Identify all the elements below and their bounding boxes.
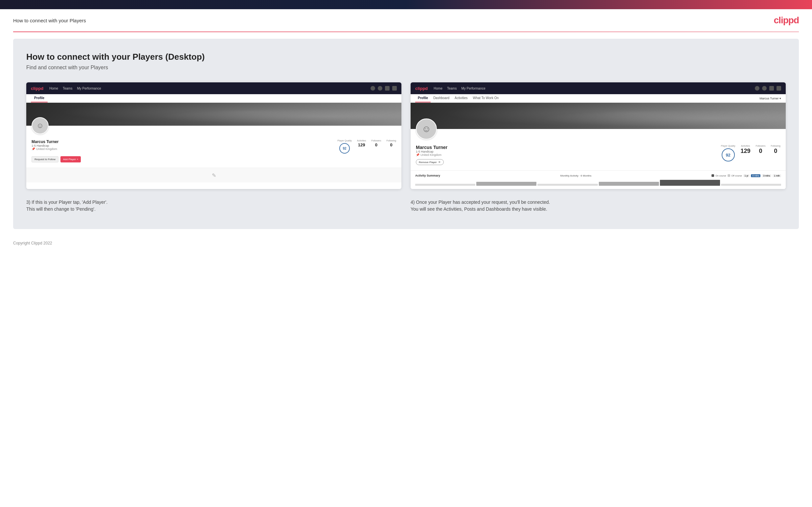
right-nav-icons <box>755 86 781 91</box>
left-followers-label: Followers <box>371 139 381 142</box>
on-course-label: On course <box>715 175 726 177</box>
copyright: Copyright Clippd 2022 <box>13 241 52 245</box>
bar-5 <box>660 180 720 186</box>
right-user-dropdown[interactable]: Marcus Turner ▾ <box>759 97 781 100</box>
right-avatar-person-icon: ☺ <box>422 124 431 134</box>
right-user-icon[interactable] <box>762 86 767 91</box>
page-heading: How to connect with your Players (Deskto… <box>26 52 786 62</box>
right-player-handicap: 1-5 Handicap <box>416 150 714 153</box>
right-player-avatar: ☺ <box>416 118 437 139</box>
left-quality-label: Player Quality <box>337 139 352 142</box>
on-course-legend <box>711 174 714 177</box>
off-course-legend <box>727 174 730 177</box>
user-icon[interactable] <box>378 86 383 91</box>
left-followers-stat: Followers 0 <box>371 139 381 147</box>
pencil-icon: ✎ <box>212 172 216 178</box>
left-following-stat: Following 0 <box>386 139 396 147</box>
right-activities-value: 129 <box>741 148 750 155</box>
tab-profile[interactable]: Profile <box>31 94 48 102</box>
right-nav-home[interactable]: Home <box>434 87 443 90</box>
right-followers-value: 0 <box>756 148 765 155</box>
activity-header: Activity Summary Monthly Activity · 6 Mo… <box>415 174 781 177</box>
right-quality-circle: 92 <box>722 148 735 161</box>
screenshots-row: clippd Home Teams My Performance Profile <box>26 82 786 189</box>
remove-player-label: Remove Player <box>419 161 437 164</box>
add-player-button[interactable]: Add Player + <box>60 156 81 162</box>
right-tab-profile[interactable]: Profile <box>415 94 430 102</box>
right-app-logo: clippd <box>415 86 428 91</box>
left-nav-teams[interactable]: Teams <box>63 87 72 90</box>
left-player-stats: Player Quality 92 Activities 129 Followe… <box>337 139 396 154</box>
left-profile-tabs: Profile <box>26 94 401 103</box>
right-quality-label: Player Quality <box>721 145 735 147</box>
search-icon[interactable] <box>370 86 375 91</box>
right-player-name: Marcus Turner <box>416 145 714 150</box>
right-tab-dashboard[interactable]: Dashboard <box>430 94 452 102</box>
right-followers-stat: Followers 0 <box>756 145 765 155</box>
request-to-follow-button[interactable]: Request to Follow <box>32 156 58 162</box>
right-nav-performance[interactable]: My Performance <box>461 87 485 90</box>
left-activities-value: 129 <box>357 143 366 147</box>
left-following-label: Following <box>386 139 396 142</box>
right-quality-stat: Player Quality 92 <box>721 145 735 161</box>
btn-1yr[interactable]: 1 yr <box>743 174 750 177</box>
right-followers-label: Followers <box>756 145 765 147</box>
page-subheading: Find and connect with your Players <box>26 65 786 70</box>
main-content: How to connect with your Players (Deskto… <box>13 39 799 229</box>
caption-right: 4) Once your Player has accepted your re… <box>411 199 786 213</box>
bar-1 <box>415 184 475 186</box>
left-nav-performance[interactable]: My Performance <box>77 87 101 90</box>
avatar-icon[interactable] <box>392 86 397 91</box>
brand-logo: clippd <box>774 15 799 25</box>
bar-6 <box>721 184 781 186</box>
left-following-value: 0 <box>386 143 396 147</box>
top-bar <box>0 0 812 9</box>
left-player-location: 📌 United Kingdom <box>32 147 331 151</box>
left-nav-links: Home Teams My Performance <box>49 87 101 90</box>
right-tab-activities[interactable]: Activities <box>452 94 470 102</box>
screenshot-right: clippd Home Teams My Performance Profile <box>411 82 786 189</box>
right-player-stats: Player Quality 92 Activities 129 Followe… <box>721 145 780 161</box>
right-tabs-list: Profile Dashboard Activities What To Wor… <box>415 94 501 102</box>
left-nav-icons <box>370 86 397 91</box>
right-tab-what-to-work-on[interactable]: What To Work On <box>470 94 502 102</box>
location-pin-icon: 📌 <box>32 147 35 151</box>
left-quality-circle: 92 <box>339 143 350 154</box>
screenshot-left: clippd Home Teams My Performance Profile <box>26 82 401 189</box>
btn-1mth[interactable]: 1 mth <box>773 174 781 177</box>
right-player-name-section: Marcus Turner 1-5 Handicap 📌 United King… <box>416 145 714 165</box>
right-following-value: 0 <box>771 148 780 155</box>
right-following-label: Following <box>771 145 780 147</box>
settings-icon[interactable] <box>385 86 390 91</box>
activity-title: Activity Summary <box>415 174 440 177</box>
header: How to connect with your Players clippd <box>0 9 812 32</box>
right-nav-links: Home Teams My Performance <box>434 87 486 90</box>
activity-bars <box>415 179 781 186</box>
btn-6mths[interactable]: 6 mths <box>751 174 760 177</box>
avatar-person-icon: ☺ <box>37 121 44 130</box>
bar-4 <box>599 182 659 186</box>
left-player-info-content: Marcus Turner 1-5 Handicap 📌 United King… <box>32 139 396 154</box>
right-activities-stat: Activities 129 <box>741 145 750 155</box>
remove-player-button[interactable]: Remove Player ✕ <box>416 159 444 165</box>
right-settings-icon[interactable] <box>769 86 774 91</box>
left-action-buttons: Request to Follow Add Player + <box>32 156 396 162</box>
right-search-icon[interactable] <box>755 86 759 91</box>
left-nav-home[interactable]: Home <box>49 87 58 90</box>
btn-3mths[interactable]: 3 mths <box>762 174 771 177</box>
caption-left: 3) If this is your Player tap, 'Add Play… <box>26 199 401 213</box>
captions-row: 3) If this is your Player tap, 'Add Play… <box>26 199 786 213</box>
left-player-avatar: ☺ <box>32 117 49 134</box>
left-activities-stat: Activities 129 <box>357 139 366 147</box>
header-title: How to connect with your Players <box>13 18 86 23</box>
right-activities-label: Activities <box>741 145 750 147</box>
right-activity-summary: Activity Summary Monthly Activity · 6 Mo… <box>411 170 786 189</box>
right-hero-banner <box>411 103 786 129</box>
right-player-info-content: Marcus Turner 1-5 Handicap 📌 United King… <box>416 145 780 165</box>
left-player-handicap: 1-5 Handicap <box>32 144 331 147</box>
off-course-label: Off course <box>731 175 742 177</box>
right-nav-teams[interactable]: Teams <box>447 87 457 90</box>
right-avatar-icon[interactable] <box>776 86 781 91</box>
left-app-nav: clippd Home Teams My Performance <box>26 82 401 94</box>
header-divider <box>13 32 799 32</box>
